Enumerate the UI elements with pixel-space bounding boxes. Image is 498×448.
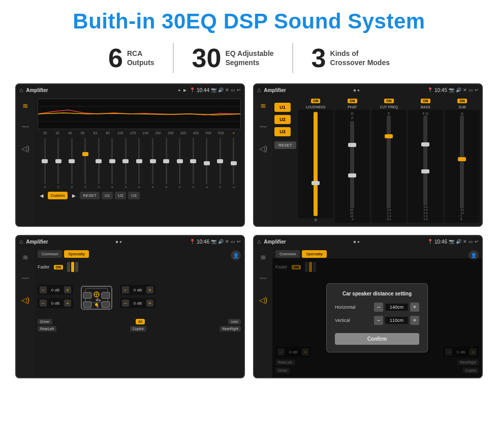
eq-slider-2[interactable]: 0	[66, 138, 78, 189]
cx-sub-slider[interactable]: G 201050	[445, 110, 480, 223]
cx-u1-btn[interactable]: U1	[274, 103, 291, 112]
sp-vol-rl-minus[interactable]: −	[40, 300, 47, 307]
cx-phat-slider[interactable]: G F 6432160	[335, 110, 370, 223]
eq-slider-8[interactable]: 0	[146, 138, 159, 189]
dlg-common-tab[interactable]: Common	[275, 250, 300, 258]
cx-home-icon[interactable]: ⌂	[257, 86, 261, 94]
eq-prev-btn[interactable]: ◄	[38, 192, 46, 199]
eq-slider-10[interactable]: 0	[173, 138, 186, 189]
sp-back-icon[interactable]: ↩	[237, 239, 241, 244]
cx-filter-icon[interactable]: ≋	[257, 100, 269, 112]
dlg-home-icon[interactable]: ⌂	[257, 238, 261, 245]
eq-slider-6[interactable]: 0	[119, 138, 132, 189]
sp-time: 10:46	[197, 239, 209, 245]
dialog-confirm-button[interactable]: Confirm	[335, 333, 419, 345]
dlg-filter-icon[interactable]: ≋	[257, 251, 269, 263]
sp-profile-icon[interactable]: 👤	[231, 250, 241, 260]
sp-vol-fr-plus[interactable]: +	[146, 286, 153, 293]
dialog-horizontal-plus[interactable]: +	[410, 303, 419, 312]
dialog-horizontal-row: Horizontal − 140cm +	[335, 303, 419, 312]
eq-u1-btn[interactable]: U1	[102, 192, 113, 199]
eq-slider-5[interactable]: 0	[106, 138, 119, 189]
eq-dot-icon: ●	[178, 88, 180, 93]
dlg-wave-icon[interactable]: 〰	[257, 273, 269, 285]
cx-icons: ■ ●	[354, 88, 360, 93]
eq-speaker-icon[interactable]: ◁)	[19, 142, 32, 155]
dialog-horizontal-stepper: − 140cm +	[374, 303, 419, 312]
dialog-vertical-minus[interactable]: −	[374, 316, 383, 325]
dlg-specialty-tab[interactable]: Specialty	[302, 250, 326, 258]
sp-layout: − 0 dB + − 0 dB +	[38, 276, 241, 317]
sp-vol-rl-plus[interactable]: +	[64, 300, 71, 307]
stat-text-crossover: Kinds ofCrossover Modes	[330, 49, 390, 67]
cx-back-icon[interactable]: ↩	[475, 87, 479, 93]
svg-text:▲: ▲	[96, 296, 100, 301]
eq-slider-4[interactable]: 0	[92, 138, 105, 189]
dlg-speaker-icon[interactable]: ◁)	[257, 294, 269, 306]
dlg-back-icon[interactable]: ↩	[475, 239, 479, 244]
sp-user-label[interactable]: User	[228, 319, 241, 324]
eq-u2-btn[interactable]: U2	[115, 192, 126, 199]
sp-filter-icon[interactable]: ≋	[19, 251, 32, 263]
dialog-horizontal-minus[interactable]: −	[374, 303, 383, 312]
eq-slider-7[interactable]: 0	[133, 138, 146, 189]
eq-expand-icon[interactable]: »	[227, 131, 240, 135]
dlg-window-icon: ▭	[469, 239, 473, 244]
sp-vol-rr-plus[interactable]: +	[146, 300, 153, 307]
eq-wave-icon[interactable]: 〰	[19, 121, 32, 133]
sp-vol-fr-minus[interactable]: −	[122, 286, 129, 293]
eq-slider-9[interactable]: 0	[160, 138, 173, 189]
cx-loudness-slider[interactable]	[298, 110, 333, 218]
sp-driver-label[interactable]: Driver	[38, 319, 52, 324]
eq-home-icon[interactable]: ⌂	[19, 86, 23, 94]
cx-wave-icon[interactable]: 〰	[257, 121, 269, 133]
eq-freq-100: 100	[114, 131, 127, 135]
eq-slider-11[interactable]: 0	[187, 138, 200, 189]
cx-speaker-icon[interactable]: ◁)	[257, 142, 269, 155]
cx-u3-btn[interactable]: U3	[274, 127, 291, 136]
eq-slider-12[interactable]: -1	[200, 138, 213, 189]
sp-fader-on[interactable]: ON	[54, 265, 64, 270]
cx-bass-slider[interactable]: F G 3.02.52.01.51.0	[408, 110, 443, 223]
sp-specialty-tab[interactable]: Specialty	[64, 250, 88, 258]
eq-u3-btn[interactable]: U3	[128, 192, 139, 199]
eq-slider-14[interactable]: -1	[227, 138, 240, 189]
eq-custom-btn[interactable]: Custom	[48, 192, 68, 199]
cx-phat-on[interactable]: ON	[348, 99, 357, 103]
cx-cutfreq-slider[interactable]: F 3.02.11.30.5	[371, 110, 407, 223]
sp-vol-fl-minus[interactable]: −	[40, 286, 47, 293]
cx-loudness-on[interactable]: ON	[311, 99, 321, 103]
sp-copilot-label[interactable]: Copilot	[130, 326, 146, 332]
eq-back-icon[interactable]: ↩	[237, 87, 241, 93]
eq-slider-3[interactable]: 5	[79, 138, 92, 189]
cx-cutfreq-label: CUT FREQ	[380, 105, 398, 109]
sp-speaker-icon[interactable]: ◁)	[19, 294, 32, 306]
eq-slider-0[interactable]: 0	[39, 138, 51, 189]
sp-wave-icon[interactable]: 〰	[19, 273, 32, 285]
sp-app-title: Amplifier	[26, 239, 48, 245]
sp-rearright-label[interactable]: RearRight	[220, 326, 241, 332]
eq-graph-svg	[38, 99, 240, 129]
eq-filter-icon[interactable]: ≋	[19, 100, 32, 112]
dialog-box: Car speaker distance setting Horizontal …	[326, 283, 428, 352]
dialog-horizontal-label: Horizontal	[335, 305, 365, 310]
sp-all-label[interactable]: All	[136, 319, 145, 324]
sp-common-tab[interactable]: Common	[38, 250, 62, 258]
eq-reset-btn[interactable]: RESET	[80, 192, 100, 199]
sp-rearleft-label[interactable]: RearLeft	[38, 326, 56, 332]
sp-car-diagram: ◄ ► ▲ ▼	[76, 276, 117, 317]
cx-bass-on[interactable]: ON	[421, 99, 430, 103]
dialog-vertical-plus[interactable]: +	[410, 316, 419, 325]
eq-next-btn[interactable]: ►	[70, 192, 78, 199]
sp-vol-rr-minus[interactable]: −	[122, 300, 129, 307]
cx-cutfreq-on[interactable]: ON	[384, 99, 394, 103]
sp-home-icon[interactable]: ⌂	[19, 238, 23, 245]
sp-left-controls: − 0 dB + − 0 dB +	[38, 285, 73, 308]
sp-vol-fl-plus[interactable]: +	[64, 286, 71, 293]
eq-slider-13[interactable]: 0	[214, 138, 227, 189]
eq-slider-1[interactable]: 0	[52, 138, 65, 189]
cx-u2-btn[interactable]: U2	[274, 115, 291, 124]
cx-channel-bass: ON BASS F G 3.02.52.01.51.0	[408, 99, 443, 223]
cx-sub-on[interactable]: ON	[457, 99, 467, 103]
cx-reset-btn[interactable]: RESET	[274, 141, 296, 149]
